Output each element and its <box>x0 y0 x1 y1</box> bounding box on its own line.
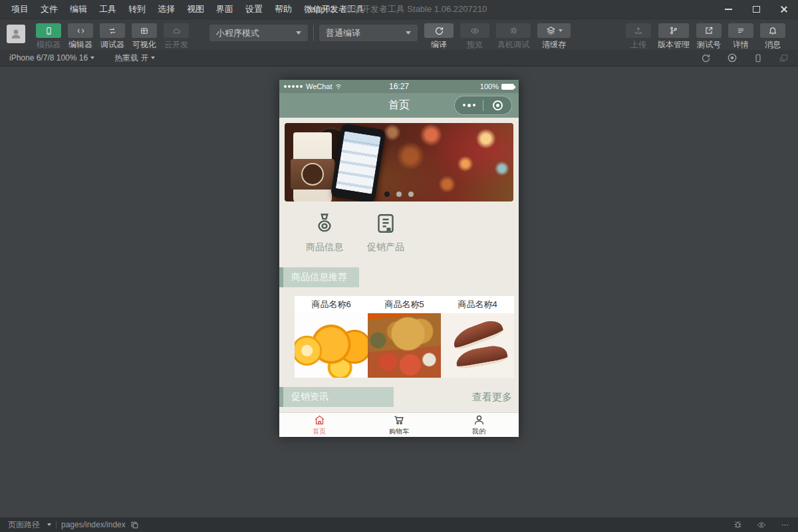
product-list: 商品名称6 商品名称5 商品名称4 <box>295 296 519 378</box>
menu-project[interactable]: 项目 <box>5 0 35 19</box>
product-card[interactable]: 商品名称5 <box>368 296 441 378</box>
target-icon <box>493 100 503 110</box>
menu-settings[interactable]: 设置 <box>239 0 269 19</box>
signal-dot <box>284 85 287 88</box>
banner-photo-cup <box>293 132 332 201</box>
menu-devtools[interactable]: 微信开发者工具 <box>298 0 370 19</box>
remote-debug-button[interactable]: 真机调试 <box>496 23 531 51</box>
device-bar: iPhone 6/7/8 100% 16 热重载 开 <box>0 50 798 66</box>
simulator-canvas: WeChat 16:27 100% 首页 <box>0 66 798 517</box>
external-link-icon <box>704 26 714 35</box>
menu-view[interactable]: 视图 <box>181 0 210 19</box>
chevron-down-icon <box>406 31 411 35</box>
simulator-toggle[interactable]: 模拟器 <box>36 23 61 51</box>
swiper-dots <box>384 192 414 197</box>
visualize-toggle[interactable]: 可视化 <box>132 23 157 51</box>
menu-select[interactable]: 选择 <box>152 0 181 19</box>
chevron-down-icon <box>296 31 301 35</box>
eye-icon <box>469 27 480 35</box>
battery-icon <box>501 84 514 90</box>
rotate-refresh-icon[interactable] <box>701 53 711 63</box>
phone-nav-bar: 首页 <box>279 93 519 118</box>
minimize-button[interactable] <box>714 0 742 19</box>
quick-item-goods-info[interactable]: 商品信息 <box>294 211 355 253</box>
person-icon <box>10 28 22 40</box>
section-header-recommend: 商品信息推荐 <box>279 267 359 287</box>
status-bar: 页面路径 pages/index/index <box>0 517 798 532</box>
wifi-icon <box>334 83 342 90</box>
tab-cart[interactable]: 购物车 <box>359 413 439 437</box>
chevron-down-icon <box>559 29 563 32</box>
record-icon[interactable] <box>727 53 737 63</box>
quick-item-promo-products[interactable]: 促销产品 <box>355 211 416 253</box>
menu-file[interactable]: 文件 <box>35 0 64 19</box>
menu-goto[interactable]: 转到 <box>122 0 152 19</box>
divider <box>313 25 314 41</box>
code-icon <box>76 27 86 35</box>
banner-swiper[interactable] <box>285 123 513 201</box>
cloud-dev-toggle[interactable]: 云开发 <box>164 23 189 51</box>
close-icon <box>780 5 788 13</box>
swiper-dot-active <box>384 192 390 197</box>
page-path-selector[interactable]: 页面路径 <box>8 519 40 531</box>
phone-icon <box>45 27 53 35</box>
more-button[interactable] <box>455 104 483 107</box>
upload-button[interactable]: 上传 <box>626 23 651 51</box>
carrier-label: WeChat <box>306 82 332 90</box>
chevron-down-icon <box>90 57 94 59</box>
more-ellipsis-icon[interactable] <box>780 521 790 529</box>
view-more-link[interactable]: 查看更多 <box>472 391 519 404</box>
chevron-down-icon <box>47 523 51 526</box>
hamburger-icon <box>736 27 745 35</box>
preview-button[interactable]: 预览 <box>460 23 489 51</box>
device-frame-icon[interactable] <box>753 53 763 63</box>
phone-simulator: WeChat 16:27 100% 首页 <box>279 80 519 437</box>
battery-percent: 100% <box>480 82 499 90</box>
chevron-down-icon <box>151 57 155 59</box>
test-account-button[interactable]: 测试号 <box>696 23 722 51</box>
details-button[interactable]: 详情 <box>728 23 753 51</box>
product-image-oranges <box>295 313 368 378</box>
messages-button[interactable]: 消息 <box>760 23 785 51</box>
device-selector[interactable]: iPhone 6/7/8 100% 16 <box>9 53 94 63</box>
maximize-button[interactable] <box>742 0 770 19</box>
eye-icon[interactable] <box>756 521 767 529</box>
mode-dropdown[interactable]: 小程序模式 <box>209 25 308 41</box>
section-header-promo: 促销资讯 <box>279 387 394 407</box>
debugger-toggle[interactable]: 调试器 <box>100 23 125 51</box>
compile-mode-dropdown[interactable]: 普通编译 <box>319 25 418 41</box>
compile-button[interactable]: 编译 <box>424 23 454 51</box>
home-icon <box>313 414 326 426</box>
clear-cache-button[interactable]: 清缓存 <box>537 23 571 51</box>
copy-icon[interactable] <box>130 521 139 529</box>
upload-icon <box>634 26 643 35</box>
hot-reload-selector[interactable]: 热重载 开 <box>114 53 155 64</box>
minimize-icon <box>725 9 732 10</box>
page-path-value: pages/index/index <box>61 520 126 529</box>
version-manage-button[interactable]: 版本管理 <box>658 23 690 51</box>
menu-help[interactable]: 帮助 <box>269 0 298 19</box>
menu-interface[interactable]: 界面 <box>210 0 239 19</box>
bug-icon[interactable] <box>733 520 743 529</box>
close-button[interactable] <box>770 0 798 19</box>
user-avatar[interactable] <box>7 25 25 43</box>
home-capsule-button[interactable] <box>483 100 511 110</box>
tab-mine[interactable]: 我的 <box>439 413 519 437</box>
menu-edit[interactable]: 编辑 <box>64 0 93 19</box>
menubar: 项目 文件 编辑 工具 转到 选择 视图 界面 设置 帮助 微信开发者工具 ap… <box>0 0 798 19</box>
editor-toggle[interactable]: 编辑器 <box>68 23 93 51</box>
product-card[interactable]: 商品名称4 <box>441 296 514 378</box>
document-icon <box>374 211 398 235</box>
user-icon <box>473 414 485 426</box>
menu-tools[interactable]: 工具 <box>93 0 122 19</box>
quick-menu: 商品信息 促销产品 <box>279 201 519 253</box>
layout-icon <box>140 27 149 35</box>
product-image-food <box>368 313 441 378</box>
bell-icon <box>768 26 777 35</box>
tab-bar: 首页 购物车 我的 <box>279 412 519 437</box>
cart-icon <box>392 414 406 426</box>
layers-icon <box>546 26 556 35</box>
product-card[interactable]: 商品名称6 <box>295 296 368 378</box>
tab-home[interactable]: 首页 <box>279 413 359 437</box>
multi-window-icon[interactable] <box>779 53 789 63</box>
